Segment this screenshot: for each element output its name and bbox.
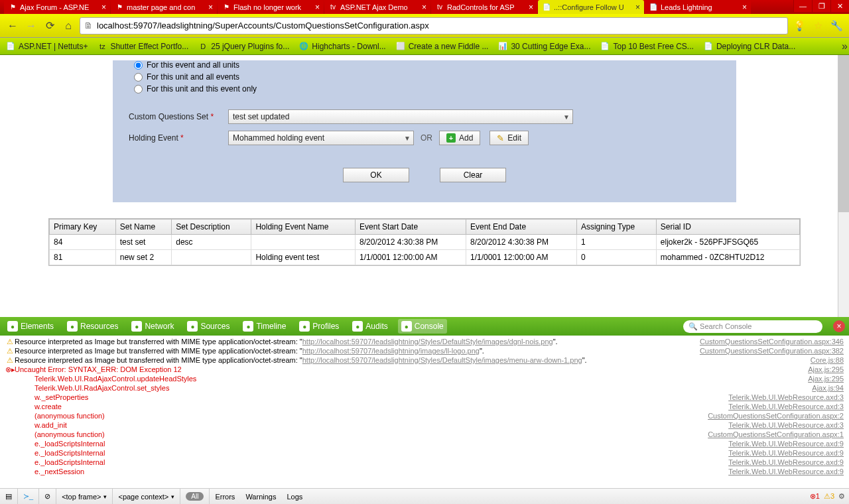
browser-tab[interactable]: tvASP.NET Ajax Demo× [324, 0, 430, 14]
console-toggle-icon[interactable]: ▤ [0, 489, 18, 504]
log-source-link[interactable]: Ajax.js:295 [808, 365, 844, 374]
stack-function: e._loadScriptsInternal [34, 458, 728, 467]
stack-source-link[interactable]: CustomQuestionsSetConfiguration.aspx:2 [708, 411, 844, 420]
console-log-line: ⚠Resource interpreted as Image but trans… [5, 355, 844, 365]
devtools-close-icon[interactable]: × [833, 320, 845, 332]
cqs-select[interactable]: test set updated▼ [228, 109, 573, 124]
radio-input[interactable] [134, 85, 143, 94]
scope-radio-option[interactable]: For this event and all units [134, 60, 720, 70]
context-selector[interactable]: <page context> ▾ [113, 489, 180, 504]
console-output[interactable]: ⚠Resource interpreted as Image but trans… [0, 336, 849, 488]
bookmark-star-icon[interactable]: ☆ [811, 19, 825, 33]
filter-logs[interactable]: Logs [281, 489, 308, 504]
grid-header[interactable]: Holding Event Name [251, 220, 356, 235]
browser-tab[interactable]: 📄Leads Lightning× [645, 0, 751, 14]
devtools-tab-timeline[interactable]: ●Timeline [239, 319, 289, 334]
bookmark-item[interactable]: 🌐Highcharts - Downl... [298, 41, 385, 52]
devtools-tab-network[interactable]: ●Network [128, 319, 177, 334]
stack-source-link[interactable]: Telerik.Web.UI.WebResource.axd:9 [728, 439, 844, 448]
console-search[interactable]: 🔍 Search Console [683, 320, 822, 333]
stack-source-link[interactable]: CustomQuestionsSetConfiguration.aspx:1 [708, 430, 844, 439]
tab-close-icon[interactable]: × [742, 3, 747, 12]
browser-tab[interactable]: ⚑Ajax Forum - ASP.NE× [4, 0, 110, 14]
scope-radio-option[interactable]: For this unit and all events [134, 72, 720, 82]
edit-button[interactable]: ✎ Edit [490, 131, 529, 145]
tab-close-icon[interactable]: × [422, 3, 426, 12]
stack-source-link[interactable]: Ajax.js:94 [812, 383, 844, 393]
bookmarks-overflow-icon[interactable]: » [842, 40, 848, 52]
bookmark-item[interactable]: 📄ASP.NET | Nettuts+ [5, 41, 88, 52]
close-button[interactable]: ✕ [830, 0, 849, 12]
tab-close-icon[interactable]: × [315, 3, 320, 12]
tab-close-icon[interactable]: × [101, 3, 106, 12]
bookmark-item[interactable]: 📄Deploying CLR Data... [703, 41, 795, 52]
browser-tab[interactable]: tvRadControls for ASP× [431, 0, 537, 14]
stack-source-link[interactable]: Telerik.Web.UI.WebResource.axd:3 [728, 393, 844, 402]
grid-header[interactable]: Event Start Date [356, 220, 466, 235]
stack-source-link[interactable]: Telerik.Web.UI.WebResource.axd:9 [728, 448, 844, 458]
browser-tab[interactable]: 📄..::Configure Follow U× [538, 0, 644, 14]
tab-close-icon[interactable]: × [529, 3, 533, 12]
devtools-tab-resources[interactable]: ●Resources [64, 319, 121, 334]
browser-tab[interactable]: ⚑Flash no longer work× [218, 0, 324, 14]
scope-radio-option[interactable]: For this unit and this event only [134, 84, 720, 94]
zoom-icon[interactable]: 💡 [792, 19, 807, 33]
devtools-tab-profiles[interactable]: ●Profiles [296, 319, 342, 334]
settings-gear-icon[interactable]: ⚙ [838, 492, 845, 501]
devtools-footer: ▤ ≻_ ⊘ <top frame> ▾ <page context> ▾ Al… [0, 488, 849, 504]
devtools-tab-elements[interactable]: ●Elements [4, 319, 57, 334]
stack-source-link[interactable]: Ajax.js:295 [808, 374, 844, 383]
holding-event-select[interactable]: Mohammed holding event▼ [228, 131, 414, 145]
back-button[interactable]: ← [5, 19, 20, 33]
grid-header[interactable]: Set Description [172, 220, 251, 235]
stack-source-link[interactable]: Telerik.Web.UI.WebResource.axd:9 [728, 458, 844, 467]
grid-header[interactable]: Primary Key [50, 220, 116, 235]
home-button[interactable]: ⌂ [61, 19, 76, 33]
error-count-badge[interactable]: ⊗1 [810, 492, 820, 501]
devtools-tab-audits[interactable]: ●Audits [349, 319, 391, 334]
console-prompt-icon[interactable]: ≻_ [18, 489, 39, 504]
clear-console-icon[interactable]: ⊘ [39, 489, 56, 504]
frame-selector[interactable]: <top frame> ▾ [56, 489, 113, 504]
maximize-button[interactable]: ❐ [812, 0, 830, 12]
grid-header[interactable]: Set Name [115, 220, 171, 235]
radio-input[interactable] [134, 73, 143, 82]
grid-header[interactable]: Serial ID [656, 220, 799, 235]
browser-tab[interactable]: ⚑master page and con× [111, 0, 217, 14]
table-row[interactable]: 81new set 2Holding event test1/1/0001 12… [50, 250, 800, 265]
add-button[interactable]: + Add [439, 131, 480, 145]
bookmark-item[interactable]: tzShutter Effect Portfo... [97, 41, 188, 52]
stack-source-link[interactable]: Telerik.Web.UI.WebResource.axd:3 [728, 420, 844, 430]
radio-input[interactable] [134, 61, 143, 70]
filter-warnings[interactable]: Warnings [240, 489, 281, 504]
tab-close-icon[interactable]: × [635, 3, 640, 12]
minimize-button[interactable]: — [793, 0, 812, 12]
filter-errors[interactable]: Errors [210, 489, 240, 504]
vertical-scrollbar[interactable] [838, 55, 849, 317]
ok-button[interactable]: OK [343, 168, 409, 182]
grid-header[interactable]: Event End Date [466, 220, 577, 235]
tab-close-icon[interactable]: × [208, 3, 213, 12]
filter-all[interactable]: All [180, 489, 210, 504]
bookmark-item[interactable]: 📊30 Cutting Edge Exa... [497, 41, 590, 52]
wrench-icon[interactable]: 🔧 [829, 19, 844, 33]
devtools-tab-sources[interactable]: ●Sources [184, 319, 233, 334]
stack-frame: e._loadScriptsInternalTelerik.Web.UI.Web… [5, 458, 844, 467]
reload-button[interactable]: ⟳ [42, 19, 57, 33]
bookmark-item[interactable]: 📄Top 10 Best Free CS... [600, 41, 693, 52]
bookmark-item[interactable]: ⬜Create a new Fiddle ... [395, 41, 489, 52]
stack-source-link[interactable]: Telerik.Web.UI.WebResource.axd:9 [728, 467, 844, 476]
devtools-tab-console[interactable]: ●Console [398, 319, 447, 334]
stack-source-link[interactable]: Telerik.Web.UI.WebResource.axd:3 [728, 402, 844, 411]
log-source-link[interactable]: Core.js:88 [811, 355, 844, 365]
grid-header[interactable]: Assigning Type [576, 220, 656, 235]
clear-button[interactable]: Clear [440, 168, 506, 182]
address-input[interactable] [97, 21, 783, 31]
forward-button[interactable]: → [24, 19, 38, 33]
log-source-link[interactable]: CustomQuestionsSetConfiguration.aspx:346 [700, 337, 844, 346]
table-row[interactable]: 84test setdesc8/20/2012 4:30:38 PM8/20/2… [50, 235, 800, 250]
address-bar[interactable]: 🗎 [80, 17, 788, 34]
bookmark-item[interactable]: D25 jQuery Plugins fo... [198, 41, 289, 52]
warning-count-badge[interactable]: ⚠3 [824, 492, 834, 501]
log-source-link[interactable]: CustomQuestionsSetConfiguration.aspx:382 [700, 346, 844, 355]
